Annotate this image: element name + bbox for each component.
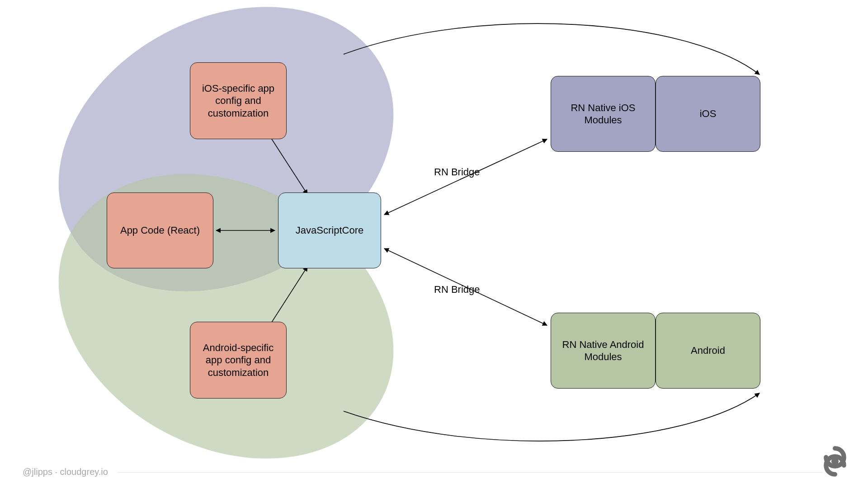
node-label: Android bbox=[691, 344, 725, 357]
node-android-config: Android-specific app config and customiz… bbox=[190, 322, 287, 399]
node-ios-config: iOS-specific app config and customizatio… bbox=[190, 62, 287, 139]
footer-rule bbox=[118, 472, 823, 473]
node-label: App Code (React) bbox=[120, 224, 200, 237]
node-label: Android-specific app config and customiz… bbox=[197, 342, 280, 379]
node-label: RN Native Android Modules bbox=[557, 338, 649, 363]
edge-label-rn-bridge-bottom: RN Bridge bbox=[434, 284, 480, 296]
edge-androidblob-android bbox=[344, 393, 760, 441]
footer-credit: @jlipps · cloudgrey.io bbox=[23, 467, 108, 477]
node-label: RN Native iOS Modules bbox=[557, 102, 649, 127]
svg-point-0 bbox=[831, 458, 839, 465]
node-label: iOS bbox=[700, 108, 717, 120]
node-javascriptcore: JavaScriptCore bbox=[278, 192, 381, 268]
edge-label-rn-bridge-top: RN Bridge bbox=[434, 166, 480, 178]
node-rn-ios-modules: RN Native iOS Modules bbox=[551, 76, 656, 152]
node-android: Android bbox=[656, 313, 760, 389]
node-label: iOS-specific app config and customizatio… bbox=[197, 82, 280, 120]
node-rn-android-modules: RN Native Android Modules bbox=[551, 313, 656, 389]
footer: @jlipps · cloudgrey.io bbox=[23, 467, 108, 477]
node-ios: iOS bbox=[656, 76, 760, 152]
node-label: JavaScriptCore bbox=[296, 224, 363, 237]
edge-iosblob-ios bbox=[344, 23, 760, 75]
cloudgrey-logo-icon bbox=[815, 441, 855, 482]
diagram-stage: { "nodes": { "ios_config": { "label": "i… bbox=[0, 0, 868, 488]
node-app-code: App Code (React) bbox=[107, 192, 213, 268]
